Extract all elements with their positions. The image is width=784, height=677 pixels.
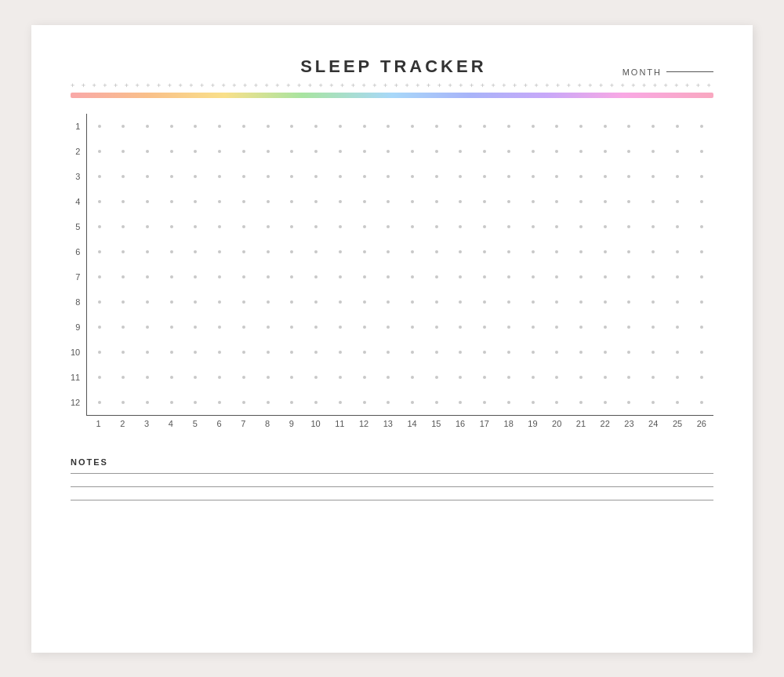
- dot-cell: [183, 250, 208, 253]
- dot-cell: [545, 125, 569, 128]
- dot-cell: [593, 175, 617, 178]
- dot: [483, 200, 486, 203]
- dot-cell: [328, 250, 352, 253]
- dot-cell: [136, 376, 160, 379]
- dot-cell: [545, 150, 569, 153]
- dot: [146, 376, 149, 379]
- dot-cell: [521, 300, 545, 304]
- dot: [314, 275, 318, 278]
- month-text: MONTH: [622, 67, 662, 77]
- dot: [627, 300, 630, 304]
- dot-cell: [352, 326, 376, 329]
- dot-cell: [304, 300, 328, 304]
- dot-cell: [569, 200, 593, 203]
- dot-cell: [328, 175, 352, 178]
- dot-cell: [496, 125, 521, 128]
- dot: [459, 275, 462, 278]
- dot-cell: [208, 125, 232, 128]
- dot-cell: [328, 376, 352, 379]
- x-label: 9: [279, 419, 303, 428]
- dot-cell: [641, 401, 666, 404]
- dot-cell: [376, 200, 401, 203]
- dot: [146, 250, 149, 253]
- dot: [532, 175, 535, 178]
- chart-content: 1234567891011121314151617181920212223242…: [86, 114, 713, 434]
- dot: [339, 300, 342, 304]
- dot: [387, 275, 390, 278]
- dot: [170, 200, 173, 203]
- dot-cell: [208, 351, 232, 354]
- dot-cell: [352, 250, 376, 253]
- dot-cell: [424, 376, 448, 379]
- x-label: 16: [448, 419, 473, 428]
- dot-cell: [593, 125, 617, 128]
- dot-cell: [87, 200, 111, 203]
- dot-cell: [521, 250, 545, 253]
- x-axis: 1234567891011121314151617181920212223242…: [86, 419, 713, 428]
- dot-cell: [569, 275, 593, 278]
- dot-cell: [183, 150, 208, 153]
- dot-cell: [617, 125, 641, 128]
- dot: [290, 401, 293, 404]
- dot-cell: [232, 300, 256, 304]
- dot: [532, 150, 535, 153]
- dot: [170, 150, 173, 153]
- dot: [146, 125, 149, 128]
- dot: [170, 125, 173, 128]
- dot: [555, 250, 558, 253]
- dot: [532, 376, 535, 379]
- dot: [459, 125, 462, 128]
- dot-cell: [183, 401, 208, 404]
- dot-cell: [111, 200, 136, 203]
- dot: [604, 150, 607, 153]
- dot-row: [87, 315, 713, 340]
- dot: [146, 300, 149, 304]
- dot-cell: [473, 326, 497, 329]
- dot-cell: [304, 150, 328, 153]
- dot-cell: [159, 401, 183, 404]
- dot: [627, 125, 630, 128]
- dot: [676, 200, 679, 203]
- x-label: 20: [545, 419, 569, 428]
- x-label: 14: [400, 419, 424, 428]
- dot: [532, 200, 535, 203]
- dot-cell: [376, 225, 401, 228]
- dot: [242, 150, 245, 153]
- dot-cell: [304, 351, 328, 354]
- dot: [267, 275, 270, 278]
- dot: [339, 125, 342, 128]
- dot-cell: [208, 275, 232, 278]
- dot-cell: [424, 300, 448, 304]
- dot: [652, 275, 655, 278]
- dot: [122, 300, 125, 304]
- dot: [652, 401, 655, 404]
- dot-cell: [376, 125, 401, 128]
- dot: [194, 401, 197, 404]
- dot: [363, 125, 366, 128]
- x-label: 25: [666, 419, 690, 428]
- dot: [459, 200, 462, 203]
- dot-cell: [87, 326, 111, 329]
- dot-cell: [545, 351, 569, 354]
- dot-cell: [401, 175, 425, 178]
- dot: [459, 150, 462, 153]
- dot: [387, 200, 390, 203]
- dot-cell: [401, 300, 425, 304]
- dot-cell: [159, 250, 183, 253]
- dot-cell: [448, 376, 473, 379]
- dot-cell: [87, 175, 111, 178]
- dot-cell: [496, 200, 521, 203]
- dot-cell: [136, 300, 160, 304]
- dot: [98, 376, 101, 379]
- dot-cell: [159, 175, 183, 178]
- dot-cell: [666, 175, 690, 178]
- dot-row: [87, 164, 713, 189]
- dot-cell: [256, 200, 280, 203]
- dot: [507, 200, 510, 203]
- dot-cell: [496, 300, 521, 304]
- dot-row: [87, 239, 713, 264]
- dot-cell: [496, 175, 521, 178]
- dot: [604, 250, 607, 253]
- dot-cell: [473, 200, 497, 203]
- dots-decoration: + + + + + + + + + + + + + + + + + + + + …: [71, 82, 713, 89]
